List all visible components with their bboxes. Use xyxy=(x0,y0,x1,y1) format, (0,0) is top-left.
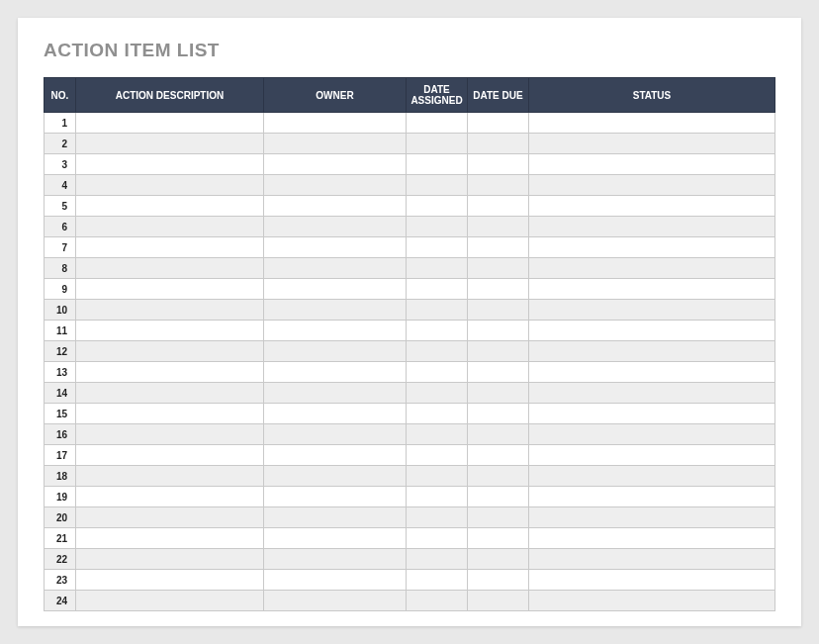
table-header-row: NO. ACTION DESCRIPTION OWNER DATE ASSIGN… xyxy=(45,78,775,113)
cell-status xyxy=(529,591,775,611)
table-row: 9 xyxy=(45,279,775,300)
cell-date-assigned xyxy=(407,321,468,341)
cell-status xyxy=(529,487,775,507)
cell-description xyxy=(76,591,264,611)
cell-description xyxy=(76,383,264,404)
cell-no: 21 xyxy=(45,528,76,549)
cell-no: 14 xyxy=(45,383,76,404)
cell-date-due xyxy=(468,300,529,321)
cell-date-due xyxy=(468,383,529,404)
cell-description xyxy=(76,424,264,445)
cell-no: 20 xyxy=(45,507,76,528)
header-status: STATUS xyxy=(529,78,775,113)
cell-description xyxy=(76,404,264,424)
cell-status xyxy=(529,341,775,362)
table-row: 20 xyxy=(45,507,775,528)
cell-description xyxy=(76,507,264,528)
cell-owner xyxy=(264,487,407,507)
table-row: 17 xyxy=(45,445,775,466)
table-row: 5 xyxy=(45,196,775,217)
cell-date-assigned xyxy=(407,279,468,300)
cell-status xyxy=(529,134,775,154)
cell-date-assigned xyxy=(407,445,468,466)
table-row: 23 xyxy=(45,570,775,591)
header-owner: OWNER xyxy=(264,78,407,113)
cell-owner xyxy=(264,362,407,383)
table-row: 1 xyxy=(45,113,775,134)
cell-date-due xyxy=(468,466,529,487)
cell-date-due xyxy=(468,528,529,549)
cell-description xyxy=(76,113,264,134)
cell-description xyxy=(76,466,264,487)
cell-no: 16 xyxy=(45,424,76,445)
cell-owner xyxy=(264,507,407,528)
cell-status xyxy=(529,507,775,528)
cell-owner xyxy=(264,134,407,154)
table-row: 8 xyxy=(45,258,775,279)
header-no: NO. xyxy=(45,78,76,113)
cell-description xyxy=(76,175,264,196)
cell-description xyxy=(76,237,264,258)
cell-date-due xyxy=(468,341,529,362)
cell-owner xyxy=(264,549,407,570)
cell-no: 24 xyxy=(45,591,76,611)
cell-no: 19 xyxy=(45,487,76,507)
table-row: 24 xyxy=(45,591,775,611)
cell-date-assigned xyxy=(407,487,468,507)
header-description: ACTION DESCRIPTION xyxy=(76,78,264,113)
cell-status xyxy=(529,113,775,134)
cell-date-assigned xyxy=(407,383,468,404)
cell-date-due xyxy=(468,237,529,258)
cell-date-assigned xyxy=(407,154,468,175)
cell-owner xyxy=(264,175,407,196)
cell-no: 11 xyxy=(45,321,76,341)
document-page: ACTION ITEM LIST NO. ACTION DESCRIPTION … xyxy=(18,18,801,626)
cell-date-due xyxy=(468,217,529,237)
cell-date-assigned xyxy=(407,466,468,487)
cell-description xyxy=(76,154,264,175)
cell-status xyxy=(529,175,775,196)
cell-owner xyxy=(264,237,407,258)
cell-no: 18 xyxy=(45,466,76,487)
cell-description xyxy=(76,528,264,549)
cell-date-due xyxy=(468,487,529,507)
cell-date-due xyxy=(468,424,529,445)
cell-no: 6 xyxy=(45,217,76,237)
cell-owner xyxy=(264,466,407,487)
cell-date-due xyxy=(468,175,529,196)
cell-date-due xyxy=(468,362,529,383)
cell-no: 15 xyxy=(45,404,76,424)
cell-description xyxy=(76,279,264,300)
cell-date-due xyxy=(468,445,529,466)
cell-no: 9 xyxy=(45,279,76,300)
cell-owner xyxy=(264,217,407,237)
cell-description xyxy=(76,196,264,217)
cell-date-assigned xyxy=(407,237,468,258)
cell-no: 12 xyxy=(45,341,76,362)
cell-date-due xyxy=(468,507,529,528)
cell-owner xyxy=(264,258,407,279)
cell-owner xyxy=(264,321,407,341)
cell-date-assigned xyxy=(407,217,468,237)
cell-owner xyxy=(264,591,407,611)
cell-status xyxy=(529,424,775,445)
cell-date-assigned xyxy=(407,549,468,570)
cell-date-assigned xyxy=(407,528,468,549)
cell-owner xyxy=(264,383,407,404)
cell-status xyxy=(529,570,775,591)
cell-date-due xyxy=(468,134,529,154)
table-row: 3 xyxy=(45,154,775,175)
cell-status xyxy=(529,196,775,217)
table-row: 18 xyxy=(45,466,775,487)
cell-date-assigned xyxy=(407,300,468,321)
cell-status xyxy=(529,217,775,237)
cell-date-assigned xyxy=(407,113,468,134)
cell-status xyxy=(529,300,775,321)
cell-date-due xyxy=(468,404,529,424)
cell-no: 2 xyxy=(45,134,76,154)
cell-owner xyxy=(264,196,407,217)
table-row: 16 xyxy=(45,424,775,445)
cell-status xyxy=(529,383,775,404)
cell-status xyxy=(529,466,775,487)
cell-date-due xyxy=(468,154,529,175)
